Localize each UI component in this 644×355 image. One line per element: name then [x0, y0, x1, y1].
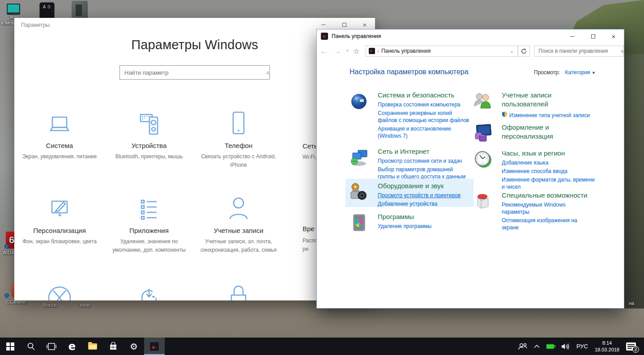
category-link[interactable]: Удаление программы [378, 223, 471, 230]
control-panel-search-input[interactable] [535, 48, 617, 54]
category-link-hovered[interactable]: Просмотр устройств и принтеров [378, 192, 471, 199]
control-panel-window: Панель управления × ← → ▼ ☆ › Панель упр… [316, 29, 624, 309]
desktop-icon-label: Bonus [38, 302, 62, 308]
desktop-icon-user-folder[interactable] [72, 1, 88, 20]
category-title[interactable]: Оборудование и звук [378, 182, 471, 190]
settings-search-box[interactable]: ⌕ [119, 65, 270, 80]
control-panel-toolbar: ← → ▼ ☆ › Панель управления ⌄ ⌕ [317, 43, 624, 59]
apps-icon [104, 192, 194, 221]
settings-button[interactable]: ⚙ [124, 338, 144, 355]
desktop-icon-clipped[interactable]: на [625, 300, 638, 306]
category-link[interactable]: Просмотр состояния сети и задач [378, 158, 471, 165]
hardware-sound-icon[interactable] [349, 182, 369, 202]
taskbar-search-button[interactable] [21, 338, 41, 355]
close-button[interactable]: × [603, 30, 624, 43]
ease-of-access-icon[interactable] [473, 191, 493, 211]
update-icon [104, 282, 194, 300]
minimize-button[interactable] [562, 30, 583, 43]
category-title[interactable]: Часы, язык и регион [502, 149, 595, 158]
desktop-icon-bonus[interactable]: Bonus [38, 302, 62, 308]
store-icon [109, 342, 118, 351]
file-explorer-button[interactable] [82, 338, 103, 355]
category-link[interactable]: Изменение способа ввода [502, 168, 595, 175]
control-panel-heading: Настройка параметров компьютера [350, 68, 469, 76]
people-icon [518, 342, 527, 351]
forward-button[interactable]: → [331, 47, 345, 55]
maximize-button[interactable] [583, 30, 603, 43]
settings-tile-gaming[interactable] [15, 282, 104, 300]
breadcrumb-separator-icon: › [377, 48, 379, 54]
network-icon[interactable] [349, 148, 369, 167]
settings-tile-apps[interactable]: Приложения Удаление, значения по умолчан… [104, 192, 194, 254]
clock-region-icon[interactable] [473, 149, 493, 169]
volume-button[interactable] [559, 338, 571, 355]
settings-tile-phone[interactable]: Телефон Связать устройство с Android, iP… [194, 107, 283, 169]
view-by-label: Просмотр: [534, 69, 560, 76]
favorites-star-icon[interactable]: ☆ [350, 47, 362, 55]
people-button[interactable] [516, 338, 529, 355]
settings-tile-accounts[interactable]: Учетные записи Учетные записи, эл. почта… [194, 192, 283, 254]
category-link[interactable]: Сохранение резервных копий файлов с помо… [378, 110, 471, 124]
show-hidden-icons-button[interactable] [532, 338, 542, 355]
security-icon[interactable] [349, 91, 369, 111]
category-link[interactable]: Добавление устройства [378, 201, 471, 208]
control-panel-titlebar[interactable]: Панель управления × [317, 30, 624, 43]
breadcrumb[interactable]: Панель управления [381, 48, 431, 54]
category-title[interactable]: Система и безопасность [378, 91, 471, 100]
user-accounts-icon[interactable] [473, 91, 493, 111]
category-title[interactable]: Программы [378, 212, 471, 221]
category-appearance-personalization: Оформление и персонализация [469, 120, 597, 146]
category-link[interactable]: Добавление языка [502, 160, 595, 167]
view-by-chevron-icon[interactable]: ▼ [592, 71, 596, 75]
settings-tile-privacy[interactable] [194, 282, 283, 300]
action-center-button[interactable]: 2 [624, 338, 641, 355]
settings-search-input[interactable] [120, 69, 261, 76]
system-tray: РУС 8:14 18.03.2018 2 [516, 338, 644, 355]
desktop-icon-help[interactable]: Help [75, 302, 95, 308]
personalization-icon [15, 192, 104, 221]
desktop-icon-label: на [625, 300, 638, 306]
category-clock-language-region: Часы, язык и регион Добавление языка Изм… [469, 146, 597, 195]
category-link[interactable]: Оптимизация изображения на экране [502, 217, 595, 232]
category-link[interactable]: Проверка состояния компьютера [378, 101, 471, 109]
notifications-icon: 2 [626, 342, 636, 351]
settings-tile-personalization[interactable]: Персонализация Фон, экран блокировки, цв… [15, 192, 104, 246]
control-panel-icon [321, 33, 328, 40]
refresh-icon [521, 48, 527, 54]
control-panel-search-box[interactable]: ⌕ [534, 46, 624, 57]
store-button[interactable] [103, 338, 124, 355]
view-by-value[interactable]: Категория [565, 69, 590, 76]
phone-icon [194, 107, 283, 136]
edge-button[interactable]: e [62, 338, 82, 355]
category-user-accounts: Учетные записи пользователей Изменение т… [469, 88, 597, 123]
recent-pages-chevron-icon[interactable]: ▼ [345, 49, 350, 53]
search-icon: ⌕ [261, 69, 269, 76]
start-button[interactable] [0, 338, 21, 355]
category-title[interactable]: Специальные возможности [502, 191, 595, 200]
notification-badge: 2 [632, 346, 639, 353]
refresh-button[interactable] [518, 46, 530, 57]
language-indicator[interactable]: РУС [575, 338, 590, 355]
settings-tile-system[interactable]: Система Экран, уведомления, питание [15, 107, 104, 161]
category-link[interactable]: Архивация и восстановление (Windows 7) [378, 126, 471, 140]
battery-status[interactable] [545, 338, 556, 355]
address-dropdown-chevron-icon[interactable]: ⌄ [506, 46, 517, 56]
back-button[interactable]: ← [317, 47, 331, 55]
task-view-icon [47, 343, 56, 350]
category-link[interactable]: Изменение типа учетной записи [509, 112, 590, 119]
category-ease-of-access: Специальные возможности Рекомендуемые Wi… [469, 188, 597, 236]
settings-tile-update[interactable] [104, 282, 194, 300]
category-link[interactable]: Выбор параметров домашней группы и общег… [378, 166, 471, 181]
programs-icon[interactable] [349, 213, 369, 232]
category-title[interactable]: Оформление и персонализация [502, 123, 595, 141]
control-panel-taskbar-button[interactable] [144, 338, 165, 355]
view-by-control: Просмотр: Категория ▼ [534, 69, 596, 76]
settings-tile-devices[interactable]: Устройства Bluetooth, принтеры, мышь [104, 107, 194, 161]
task-view-button[interactable] [41, 338, 62, 355]
clock[interactable]: 8:14 18.03.2018 [593, 338, 621, 355]
category-title[interactable]: Сеть и Интернет [378, 147, 471, 156]
address-bar[interactable]: › Панель управления ⌄ [366, 46, 518, 57]
category-link[interactable]: Рекомендуемые Windows параметры [502, 202, 595, 216]
category-title[interactable]: Учетные записи пользователей [502, 91, 595, 109]
personalization-icon[interactable] [473, 123, 493, 143]
